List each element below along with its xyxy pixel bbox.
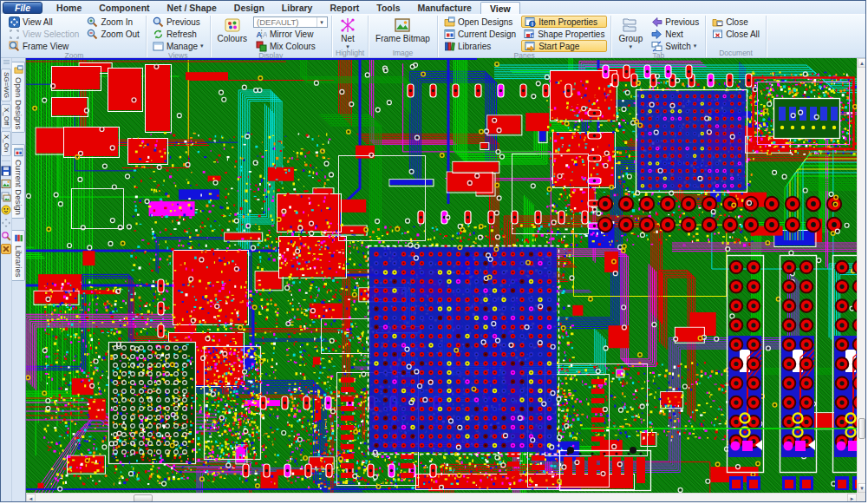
ribbon-group-zoom: View All View Selection Frame View Zoom … xyxy=(3,16,147,57)
scroll-left-icon[interactable]: ◂ xyxy=(26,494,36,502)
view-all-label: View All xyxy=(23,17,53,27)
close-all-label: Close All xyxy=(726,29,760,39)
frame-bitmap-icon xyxy=(394,16,411,34)
previous-tab-label: Previous xyxy=(665,17,699,27)
open-designs-pane-button[interactable]: Open Designs xyxy=(441,16,519,28)
next-tab-button[interactable]: Next xyxy=(649,28,702,40)
tab-net-shape[interactable]: Net / Shape xyxy=(159,2,225,14)
colour-scheme-value: (DEFAULT) xyxy=(257,17,298,27)
left-vertical-toolbar: SG=WG X_Off X_On xyxy=(1,58,12,501)
ribbon-group-highlight: Net ▾ Highlight xyxy=(332,16,369,57)
previous-view-icon xyxy=(153,16,164,28)
zoom-region-icon[interactable] xyxy=(1,231,11,241)
file-menu-button[interactable]: File xyxy=(3,2,42,14)
ribbon-group-panes: Open Designs Current Design Libraries i … xyxy=(438,16,612,57)
app-window: File Home Component Net / Shape Design L… xyxy=(0,0,866,502)
dropdown-caret-icon: ▾ xyxy=(694,43,697,49)
tab-library[interactable]: Library xyxy=(273,2,322,14)
view-selection-icon xyxy=(9,29,20,40)
fit-view-icon[interactable] xyxy=(1,218,11,228)
mirror-view-button[interactable]: AA Mirror View xyxy=(253,29,328,41)
view-selection-button: View Selection xyxy=(6,28,82,40)
side-tab-open-designs[interactable]: Open Designs xyxy=(12,62,25,133)
item-properties-label: Item Properties xyxy=(538,17,597,27)
deselect-all-icon[interactable] xyxy=(1,244,11,254)
zoom-in-label: Zoom In xyxy=(101,17,133,27)
vertical-scrollbar[interactable]: ▴ ▾ xyxy=(857,58,866,493)
mix-colours-icon xyxy=(256,41,267,52)
tab-report[interactable]: Report xyxy=(321,2,368,14)
pcb-canvas[interactable] xyxy=(26,58,857,493)
group-label-image: Image xyxy=(372,49,434,57)
ribbon-group-display: Colours (DEFAULT) ▾ AA Mirror View Mix C… xyxy=(211,16,332,57)
libraries-pane-button[interactable]: Libraries xyxy=(441,40,519,52)
highlight-net-button[interactable]: Net ▾ xyxy=(336,16,360,49)
toolbar-button-sg-wg[interactable]: SG=WG xyxy=(1,69,11,101)
current-design-icon xyxy=(444,29,455,40)
toolbar-grip-handle[interactable] xyxy=(3,60,10,65)
close-document-icon xyxy=(712,16,723,28)
view-selection-label: View Selection xyxy=(23,29,79,39)
previous-tab-button[interactable]: Previous xyxy=(649,16,702,28)
item-properties-pane-button[interactable]: i Item Properties xyxy=(521,16,607,28)
next-tab-icon xyxy=(651,29,662,40)
frame-bitmap-button[interactable]: Frame Bitmap xyxy=(372,16,434,49)
toolbar-separator xyxy=(2,160,10,161)
frame-bitmap-label: Frame Bitmap xyxy=(375,35,430,43)
group-label-highlight: Highlight xyxy=(336,49,364,57)
refresh-label: Refresh xyxy=(166,29,197,39)
open-designs-icon xyxy=(444,16,455,28)
horizontal-scroll-thumb[interactable] xyxy=(134,494,153,502)
design-canvas-zone: ▴ ▾ ◂ ▸ xyxy=(25,58,865,501)
current-design-pane-button[interactable]: Current Design xyxy=(441,28,519,40)
svg-text:A: A xyxy=(263,30,267,39)
view-all-icon xyxy=(9,16,20,28)
libraries-tab-icon xyxy=(14,233,23,243)
switch-tab-button[interactable]: Switch ▾ xyxy=(649,40,702,52)
libraries-icon xyxy=(444,41,455,52)
toolbar-button-x-off[interactable]: X_Off xyxy=(1,104,11,128)
close-label: Close xyxy=(726,17,748,27)
tab-manufacture[interactable]: Manufacture xyxy=(409,2,480,14)
shape-properties-pane-button[interactable]: Shape Properties xyxy=(521,28,607,40)
start-page-pane-button[interactable]: Start Page xyxy=(521,40,607,52)
colours-button[interactable]: Colours xyxy=(214,16,251,52)
close-button[interactable]: Close xyxy=(709,16,762,28)
vertical-scroll-thumb[interactable] xyxy=(858,418,865,439)
close-all-button[interactable]: Close All xyxy=(709,28,762,40)
scrollbar-corner xyxy=(857,493,866,502)
scroll-down-icon[interactable]: ▾ xyxy=(858,483,866,493)
side-tab-libraries[interactable]: Libraries xyxy=(12,230,25,280)
scroll-right-icon[interactable]: ▸ xyxy=(847,494,857,502)
side-tab-current-design[interactable]: Current Design xyxy=(12,144,25,219)
zoom-in-button[interactable]: Zoom In xyxy=(84,16,141,28)
start-page-icon xyxy=(525,41,536,52)
frame-image-icon[interactable] xyxy=(1,192,11,202)
combo-caret-icon[interactable]: ▾ xyxy=(317,17,326,27)
tab-home[interactable]: Home xyxy=(48,2,90,14)
zoom-out-button[interactable]: Zoom Out xyxy=(84,28,141,40)
manage-views-button[interactable]: Manage ▾ xyxy=(150,40,206,52)
save-icon[interactable] xyxy=(1,166,11,176)
colour-scheme-select[interactable]: (DEFAULT) ▾ xyxy=(253,16,328,28)
frame-view-button[interactable]: Frame View xyxy=(6,40,82,52)
view-all-button[interactable]: View All xyxy=(6,16,82,28)
horizontal-scrollbar[interactable]: ◂ ▸ xyxy=(26,493,857,502)
group-tabs-button[interactable]: Group ▾ xyxy=(615,16,646,52)
refresh-button[interactable]: Refresh xyxy=(150,28,206,40)
zoom-out-label: Zoom Out xyxy=(101,29,139,39)
start-page-label: Start Page xyxy=(538,42,579,51)
tab-tools[interactable]: Tools xyxy=(368,2,408,14)
toolbar-button-x-on[interactable]: X_On xyxy=(1,131,11,155)
tab-design[interactable]: Design xyxy=(225,2,273,14)
tab-view[interactable]: View xyxy=(480,2,520,14)
scroll-up-icon[interactable]: ▴ xyxy=(858,58,866,68)
open-designs-tab-icon xyxy=(14,65,23,75)
shape-properties-icon xyxy=(524,29,535,40)
smiley-icon[interactable] xyxy=(1,205,11,215)
tab-component[interactable]: Component xyxy=(90,2,158,14)
bitmap-icon[interactable] xyxy=(1,179,11,189)
libraries-label: Libraries xyxy=(458,42,491,51)
mix-colours-button[interactable]: Mix Colours xyxy=(253,41,328,53)
previous-view-button[interactable]: Previous xyxy=(150,16,206,28)
